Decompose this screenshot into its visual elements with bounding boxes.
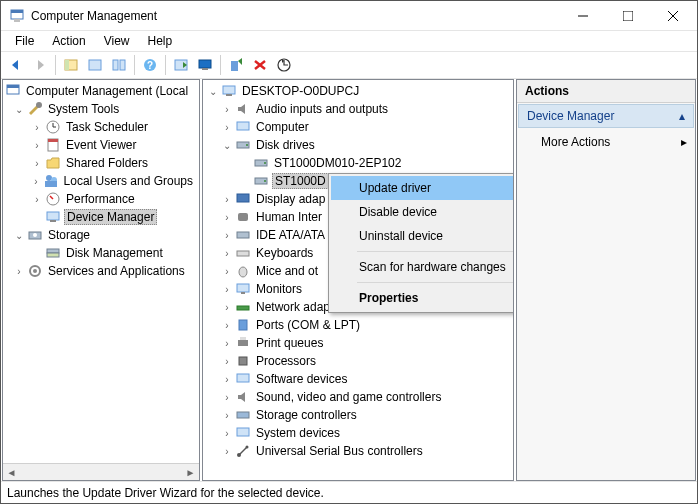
svg-rect-2	[14, 19, 20, 22]
expand-icon[interactable]: ›	[221, 409, 233, 421]
expand-icon[interactable]: ›	[221, 121, 233, 133]
help-button[interactable]: ?	[139, 54, 161, 76]
show-hide-button[interactable]	[60, 54, 82, 76]
device-disk-drives[interactable]: ⌄Disk drives	[203, 136, 513, 154]
maximize-button[interactable]	[605, 1, 650, 30]
svg-point-48	[264, 162, 266, 164]
tree-storage[interactable]: ⌄ Storage	[3, 226, 199, 244]
collapse-icon[interactable]: ⌄	[207, 85, 219, 97]
device-audio[interactable]: ›Audio inputs and outputs	[203, 100, 513, 118]
expand-icon[interactable]: ›	[31, 139, 43, 151]
expand-icon[interactable]: ›	[31, 193, 43, 205]
speaker-icon	[235, 101, 251, 117]
svg-point-55	[239, 267, 247, 277]
expand-icon[interactable]: ›	[221, 427, 233, 439]
expand-icon[interactable]: ›	[221, 283, 233, 295]
device-ports[interactable]: ›Ports (COM & LPT)	[203, 316, 513, 334]
menu-action[interactable]: Action	[44, 32, 93, 50]
context-menu: Update driver Disable device Uninstall d…	[328, 173, 514, 313]
expand-icon[interactable]: ›	[31, 157, 43, 169]
svg-rect-9	[89, 60, 101, 70]
expand-icon[interactable]: ›	[31, 121, 43, 133]
scrollbar-horizontal[interactable]: ◄►	[3, 463, 199, 480]
view-button-2[interactable]	[108, 54, 130, 76]
forward-button[interactable]	[29, 54, 51, 76]
tree-system-tools[interactable]: ⌄ System Tools	[3, 100, 199, 118]
expand-icon[interactable]: ›	[221, 391, 233, 403]
menu-help[interactable]: Help	[140, 32, 181, 50]
ide-icon	[235, 227, 251, 243]
svg-rect-4	[623, 11, 633, 21]
menu-scan-hardware[interactable]: Scan for hardware changes	[331, 255, 514, 279]
device-root[interactable]: ⌄ DESKTOP-O0DUPCJ	[203, 82, 513, 100]
svg-rect-57	[241, 292, 245, 294]
expand-icon[interactable]: ›	[221, 103, 233, 115]
actions-section[interactable]: Device Manager ▴	[518, 104, 694, 128]
cpu-icon	[235, 353, 251, 369]
tree-disk-management[interactable]: Disk Management	[3, 244, 199, 262]
monitor-button[interactable]	[194, 54, 216, 76]
device-sound[interactable]: ›Sound, video and game controllers	[203, 388, 513, 406]
svg-rect-11	[120, 60, 125, 70]
action-button-1[interactable]	[170, 54, 192, 76]
tree-device-manager[interactable]: Device Manager	[3, 208, 199, 226]
display-icon	[235, 191, 251, 207]
tree-services[interactable]: › Services and Applications	[3, 262, 199, 280]
computer-icon	[221, 83, 237, 99]
svg-rect-63	[237, 374, 249, 382]
collapse-icon[interactable]: ⌄	[13, 103, 25, 115]
expand-icon[interactable]: ›	[13, 265, 25, 277]
mouse-icon	[235, 263, 251, 279]
close-button[interactable]	[650, 1, 695, 30]
menu-uninstall-device[interactable]: Uninstall device	[331, 224, 514, 248]
device-storage-ctrl[interactable]: ›Storage controllers	[203, 406, 513, 424]
back-button[interactable]	[5, 54, 27, 76]
uninstall-button[interactable]	[249, 54, 271, 76]
menu-view[interactable]: View	[96, 32, 138, 50]
device-usb[interactable]: ›Universal Serial Bus controllers	[203, 442, 513, 460]
device-disk-1[interactable]: ST1000DM010-2EP102	[203, 154, 513, 172]
svg-rect-64	[237, 412, 249, 418]
expand-icon[interactable]: ›	[221, 337, 233, 349]
tree-event-viewer[interactable]: › Event Viewer	[3, 136, 199, 154]
expand-icon[interactable]: ›	[221, 247, 233, 259]
expand-icon[interactable]: ›	[221, 211, 233, 223]
network-icon	[235, 299, 251, 315]
tree-local-users[interactable]: › Local Users and Groups	[3, 172, 199, 190]
expand-icon[interactable]: ›	[221, 319, 233, 331]
expand-icon[interactable]: ›	[221, 301, 233, 313]
collapse-icon[interactable]: ⌄	[13, 229, 25, 241]
keyboard-icon	[235, 245, 251, 261]
menu-update-driver[interactable]: Update driver	[331, 176, 514, 200]
expand-icon[interactable]: ›	[221, 265, 233, 277]
tree-root[interactable]: Computer Management (Local	[3, 82, 199, 100]
expand-icon[interactable]: ›	[221, 355, 233, 367]
expand-icon[interactable]: ›	[221, 445, 233, 457]
actions-header: Actions	[517, 80, 695, 103]
svg-rect-42	[223, 86, 235, 94]
expand-icon[interactable]: ›	[221, 193, 233, 205]
tree-shared-folders[interactable]: › Shared Folders	[3, 154, 199, 172]
tree-task-scheduler[interactable]: › Task Scheduler	[3, 118, 199, 136]
actions-more[interactable]: More Actions ▸	[517, 129, 695, 155]
collapse-icon[interactable]: ⌄	[221, 139, 233, 151]
device-system[interactable]: ›System devices	[203, 424, 513, 442]
expand-icon[interactable]: ›	[31, 175, 41, 187]
menu-file[interactable]: File	[7, 32, 42, 50]
expand-icon[interactable]: ›	[221, 229, 233, 241]
device-processors[interactable]: ›Processors	[203, 352, 513, 370]
minimize-button[interactable]	[560, 1, 605, 30]
expand-icon[interactable]: ›	[221, 373, 233, 385]
device-print[interactable]: ›Print queues	[203, 334, 513, 352]
status-text: Launches the Update Driver Wizard for th…	[7, 486, 324, 500]
tree-performance[interactable]: › Performance	[3, 190, 199, 208]
device-software[interactable]: ›Software devices	[203, 370, 513, 388]
device-computer[interactable]: ›Computer	[203, 118, 513, 136]
update-driver-button[interactable]	[225, 54, 247, 76]
svg-rect-31	[45, 181, 57, 187]
scan-button[interactable]	[273, 54, 295, 76]
svg-rect-34	[47, 212, 59, 220]
menu-properties[interactable]: Properties	[331, 286, 514, 310]
view-button-1[interactable]	[84, 54, 106, 76]
menu-disable-device[interactable]: Disable device	[331, 200, 514, 224]
